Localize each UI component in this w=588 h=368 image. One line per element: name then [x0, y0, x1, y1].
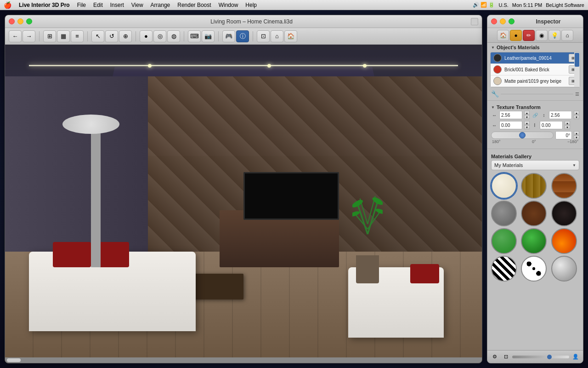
offset-y-label: I: [531, 123, 538, 128]
offset-x-input[interactable]: [499, 121, 522, 129]
gallery-item-zebra[interactable]: [491, 256, 517, 282]
gallery-item-green2[interactable]: [521, 228, 547, 254]
menu-file[interactable]: File: [77, 2, 86, 8]
tab-texture[interactable]: ◉: [536, 30, 548, 41]
gallery-item-dark[interactable]: [551, 201, 577, 226]
angle-down[interactable]: ▼: [574, 135, 579, 139]
angle-slider-container: ▲ ▼ 180° 0° −180°: [491, 131, 579, 144]
scale-y-down[interactable]: ▼: [574, 115, 579, 119]
tab-room[interactable]: ⌂: [561, 30, 573, 41]
scale-x-down[interactable]: ▼: [524, 115, 530, 119]
materials-scroll-thumb[interactable]: [575, 53, 579, 67]
tab-edit[interactable]: ✏: [523, 30, 535, 41]
scale-y-input[interactable]: [549, 111, 572, 119]
gallery-dropdown-arrow: ▼: [572, 163, 576, 167]
tab-light[interactable]: 💡: [548, 30, 560, 41]
gallery-item-wood1[interactable]: [521, 173, 547, 199]
nav-group: ← →: [9, 30, 35, 42]
gallery-dropdown[interactable]: My Materials ▼: [491, 160, 579, 170]
back-button[interactable]: ←: [9, 30, 22, 42]
gallery-item-stone[interactable]: [491, 201, 517, 226]
materials-scrollbar[interactable]: [574, 52, 580, 87]
inspector-close[interactable]: [491, 18, 497, 24]
gallery-item-fire[interactable]: [551, 228, 577, 254]
angle-up[interactable]: ▲: [574, 131, 579, 135]
minimize-button[interactable]: [17, 18, 23, 24]
menu-render[interactable]: Render Boost: [177, 2, 211, 8]
options-icon[interactable]: ☰: [575, 92, 579, 97]
angle-slider[interactable]: [491, 132, 554, 139]
svg-point-8: [352, 210, 360, 218]
person-icon[interactable]: 👤: [571, 352, 580, 362]
eyedropper-icon[interactable]: 🔧: [491, 90, 499, 98]
house-button[interactable]: ⌂: [271, 30, 283, 42]
menu-help[interactable]: Help: [245, 2, 257, 8]
offset-x-up[interactable]: ▲: [524, 121, 530, 125]
tab-material[interactable]: ●: [510, 30, 522, 41]
zoom-slider[interactable]: [512, 356, 569, 358]
circle-button[interactable]: ◎: [153, 30, 166, 42]
sphere-button[interactable]: ●: [140, 30, 153, 42]
home2-button[interactable]: 🏠: [284, 30, 297, 42]
viewport[interactable]: [5, 45, 482, 363]
apple-menu[interactable]: 🍎: [4, 1, 11, 9]
view-group: ⊞ ▦ ≡: [43, 30, 84, 42]
extra-group: ⌨ 📷: [188, 30, 215, 42]
info-button[interactable]: ⓘ: [236, 30, 249, 42]
menu-window[interactable]: Window: [219, 2, 238, 8]
offset-y-down[interactable]: ▼: [565, 125, 570, 129]
inspector-minimize[interactable]: [500, 18, 506, 24]
resize-button[interactable]: [471, 18, 478, 25]
material-swatch-0: [493, 54, 502, 62]
keyboard-button[interactable]: ⌨: [188, 30, 201, 42]
window-titlebar: Living Room – Home Cinema.li3d: [5, 15, 482, 28]
inspector-maximize[interactable]: [509, 18, 514, 24]
menu-insert[interactable]: Insert: [110, 2, 124, 8]
joystick-button[interactable]: 🎮: [222, 30, 235, 42]
gallery-item-spots[interactable]: [521, 256, 547, 282]
frame-button[interactable]: ⊡: [257, 30, 270, 42]
menubar-right: 🔊 📶 🔋 U.S. Mon 5:11 PM BeLight Software: [473, 2, 584, 8]
offset-y-input[interactable]: [540, 121, 563, 129]
tab-object[interactable]: 🏠: [497, 30, 509, 41]
material-item-0[interactable]: Leather/pamela_09014 ⊞: [491, 52, 580, 64]
menubar-icons: 🔊 📶 🔋: [473, 2, 495, 8]
settings-icon[interactable]: ⚙: [490, 352, 499, 362]
select-tool[interactable]: ↖: [91, 30, 104, 42]
texture-header: ▼ Texture Transform: [491, 104, 579, 111]
material-item-2[interactable]: Matte paint/1019 grey beige ⊞: [491, 75, 580, 87]
gallery-item-metal[interactable]: [551, 256, 577, 282]
scrollbar-thumb[interactable]: [7, 358, 21, 362]
scale-y-stepper: ▲ ▼: [574, 111, 579, 119]
move-tool[interactable]: ⊕: [119, 30, 132, 42]
main-content: Living Room – Home Cinema.li3d ← → ⊞ ▦ ≡…: [0, 10, 588, 368]
ring-button[interactable]: ◍: [167, 30, 180, 42]
menu-edit[interactable]: Edit: [93, 2, 103, 8]
gallery-item-green1[interactable]: [491, 228, 517, 254]
scale-x-input[interactable]: [499, 111, 522, 119]
scale-row: ↔ ▲ ▼ 🔗 ↕ ▲ ▼: [491, 111, 579, 119]
material-item-1[interactable]: Brick/001 Baked Brick ⊞: [491, 64, 580, 75]
rotate-tool[interactable]: ↺: [105, 30, 118, 42]
3d-view-button[interactable]: ▦: [57, 30, 70, 42]
divider-2: [487, 149, 583, 149]
maximize-button[interactable]: [26, 18, 32, 24]
menu-arrange[interactable]: Arrange: [151, 2, 170, 8]
offset-y-up[interactable]: ▲: [565, 121, 570, 125]
gallery-item-wood2[interactable]: [521, 201, 547, 226]
gallery-item-brick[interactable]: [551, 173, 577, 199]
floor-plan-button[interactable]: ⊞: [43, 30, 56, 42]
viewport-scrollbar[interactable]: [5, 357, 482, 363]
forward-button[interactable]: →: [23, 30, 35, 42]
offset-x-down[interactable]: ▼: [524, 125, 530, 129]
menu-view[interactable]: View: [131, 2, 143, 8]
angle-input[interactable]: [555, 131, 572, 139]
list-button[interactable]: ≡: [71, 30, 84, 42]
scale-x-up[interactable]: ▲: [524, 111, 530, 115]
gallery-item-cream[interactable]: [491, 173, 517, 199]
camera-button[interactable]: 📷: [202, 30, 215, 42]
import-icon[interactable]: ⊡: [501, 352, 510, 362]
scale-y-up[interactable]: ▲: [574, 111, 579, 115]
close-button[interactable]: [9, 18, 15, 24]
app-name[interactable]: Live Interior 3D Pro: [19, 2, 70, 8]
